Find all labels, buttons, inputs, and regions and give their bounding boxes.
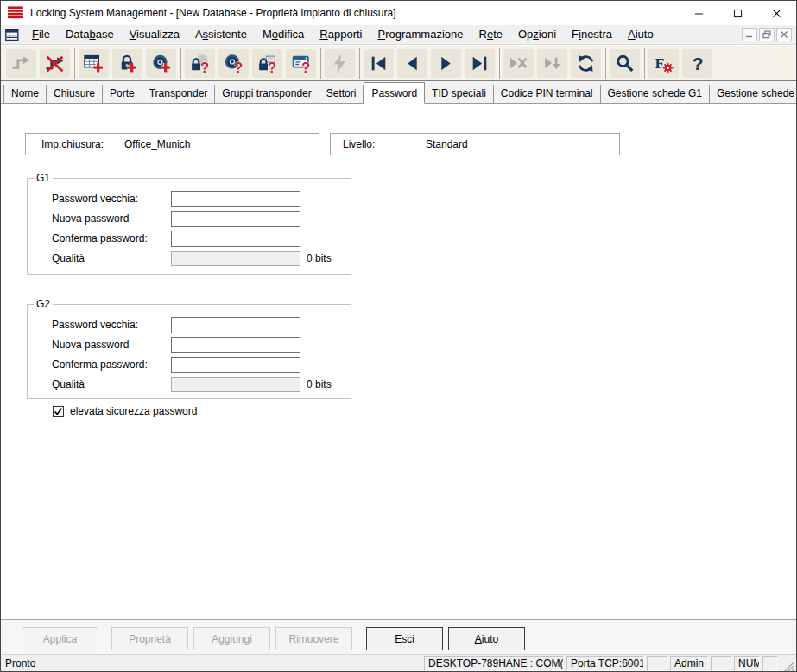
search-button[interactable] <box>610 49 640 78</box>
last-record-button[interactable] <box>465 49 495 78</box>
read-card-button[interactable]: ? <box>286 49 316 78</box>
menu-visualizza[interactable]: Visualizza <box>122 25 187 44</box>
tab-nome[interactable]: Nome <box>3 85 47 103</box>
g2-quality-bar <box>171 377 300 392</box>
g2-confirm-password-input[interactable] <box>171 357 300 373</box>
locking-system-value: Office_Munich <box>124 138 190 150</box>
g1-old-password-input[interactable] <box>171 191 300 207</box>
menu-programmazione[interactable]: Programmazione <box>370 25 471 44</box>
maximize-button[interactable] <box>718 1 757 25</box>
filter-settings-button[interactable]: F <box>648 49 679 78</box>
continue-search-icon <box>541 53 563 74</box>
filter-settings-icon: F <box>653 53 674 74</box>
locking-system-label: Imp.chiusura: <box>41 138 124 150</box>
g2-quality-bits: 0 bits <box>307 378 332 390</box>
g1-new-password-label: Nuova password <box>52 212 171 225</box>
tab-tid-speciali[interactable]: TID speciali <box>425 85 494 103</box>
disconnect-button[interactable] <box>40 49 70 78</box>
esci-button[interactable]: Esci <box>366 627 443 650</box>
level-value: Standard <box>426 138 468 150</box>
menubar: FileDatabaseVisualizzaAssistenteModifica… <box>1 25 796 45</box>
read-transponder-button[interactable]: ? <box>218 49 249 78</box>
mdi-minimize-button[interactable] <box>742 28 757 41</box>
help-button[interactable]: ? <box>682 49 712 78</box>
g2-new-password-label: Nuova password <box>52 339 171 351</box>
connect-icon <box>10 53 32 74</box>
disconnect-icon <box>44 53 66 74</box>
read-lock-card-icon: ? <box>256 53 278 74</box>
status-segment-1: Porta TCP:6001 <box>566 656 644 671</box>
titlebar: Locking System Management - [New Databas… <box>1 1 796 25</box>
mdi-window-controls <box>742 28 792 41</box>
svg-text:F: F <box>655 54 665 72</box>
g2-old-password-input[interactable] <box>171 317 300 333</box>
rimuovere-button: Rimuovere <box>275 627 352 650</box>
new-lock-button[interactable] <box>112 49 142 78</box>
next-record-button[interactable] <box>431 49 461 78</box>
g1-confirm-password-input[interactable] <box>171 231 300 247</box>
refresh-icon <box>575 53 597 74</box>
statusbar: Pronto DESKTOP-789HANE : COM(*)Porta TCP… <box>1 654 796 672</box>
g2-legend: G2 <box>34 298 53 310</box>
toolbar-separator <box>359 48 360 79</box>
tab-codice-pin-terminal[interactable]: Codice PIN terminal <box>494 85 601 103</box>
g1-new-password-input[interactable] <box>171 211 300 227</box>
new-locking-system-icon <box>83 53 104 74</box>
tab-chiusure[interactable]: Chiusure <box>47 85 103 103</box>
first-record-button[interactable] <box>364 49 394 78</box>
refresh-button[interactable] <box>571 49 601 78</box>
app-window: Locking System Management - [New Databas… <box>0 0 797 672</box>
g1-legend: G1 <box>34 172 53 184</box>
tab-porte[interactable]: Porte <box>103 85 142 103</box>
g2-new-password-input[interactable] <box>171 337 300 353</box>
read-lock-card-button[interactable]: ? <box>252 49 282 78</box>
tab-gestione-schede-g2[interactable]: Gestione schede G2 <box>710 85 797 103</box>
password-tab-page: Imp.chiusura: Office_Munich Livello: Sta… <box>1 104 796 619</box>
high-security-checkbox[interactable] <box>53 406 64 417</box>
app-logo-icon <box>8 6 24 20</box>
program-icon <box>329 53 351 74</box>
resize-grip[interactable] <box>781 658 794 672</box>
menu-file[interactable]: File <box>24 25 58 44</box>
read-lock-button[interactable]: ? <box>185 49 215 78</box>
menu-rapporti[interactable]: Rapporti <box>312 25 370 44</box>
previous-record-button[interactable] <box>397 49 427 78</box>
new-locking-system-button[interactable] <box>79 49 109 78</box>
search-icon <box>614 53 636 74</box>
tab-transponder[interactable]: Transponder <box>142 85 216 103</box>
new-transponder-button[interactable] <box>146 49 176 78</box>
menu-modifica[interactable]: Modifica <box>255 25 312 44</box>
program-button[interactable] <box>325 49 355 78</box>
menu-finestra[interactable]: Finestra <box>564 25 620 44</box>
connect-button[interactable] <box>6 49 36 78</box>
mdi-restore-button[interactable] <box>759 28 775 41</box>
status-segment-0: DESKTOP-789HANE : COM(*) <box>424 656 564 671</box>
new-transponder-icon <box>150 53 172 74</box>
menu-database[interactable]: Database <box>58 25 122 44</box>
tab-gestione-schede-g1[interactable]: Gestione schede G1 <box>601 85 710 103</box>
help-icon: ? <box>686 53 708 74</box>
menu-rete[interactable]: Rete <box>471 25 510 44</box>
menu-list: FileDatabaseVisualizzaAssistenteModifica… <box>24 25 661 44</box>
previous-record-icon <box>402 53 423 74</box>
continue-search-button[interactable] <box>537 49 567 78</box>
aiuto-button[interactable]: Aiuto <box>448 627 525 650</box>
first-record-icon <box>368 53 389 74</box>
tab-settori[interactable]: Settori <box>319 85 364 103</box>
mdi-close-button[interactable] <box>776 28 792 41</box>
toolbar-separator <box>74 48 75 79</box>
menu-opzioni[interactable]: Opzioni <box>510 25 564 44</box>
locking-system-box: Imp.chiusura: Office_Munich <box>25 133 319 155</box>
tab-password[interactable]: Password <box>364 82 425 104</box>
minimize-button[interactable] <box>680 1 718 25</box>
cancel-search-button[interactable] <box>503 49 534 78</box>
svg-text:?: ? <box>693 53 704 73</box>
high-security-checkbox-row: elevata sicurezza password <box>53 405 197 417</box>
svg-text:?: ? <box>301 59 310 73</box>
menu-aiuto[interactable]: Aiuto <box>620 25 661 44</box>
tab-gruppi-transponder[interactable]: Gruppi transponder <box>215 85 319 103</box>
status-segment-4 <box>711 656 731 671</box>
svg-text:?: ? <box>200 59 209 73</box>
close-button[interactable] <box>757 1 796 25</box>
menu-assistente[interactable]: Assistente <box>187 25 255 44</box>
